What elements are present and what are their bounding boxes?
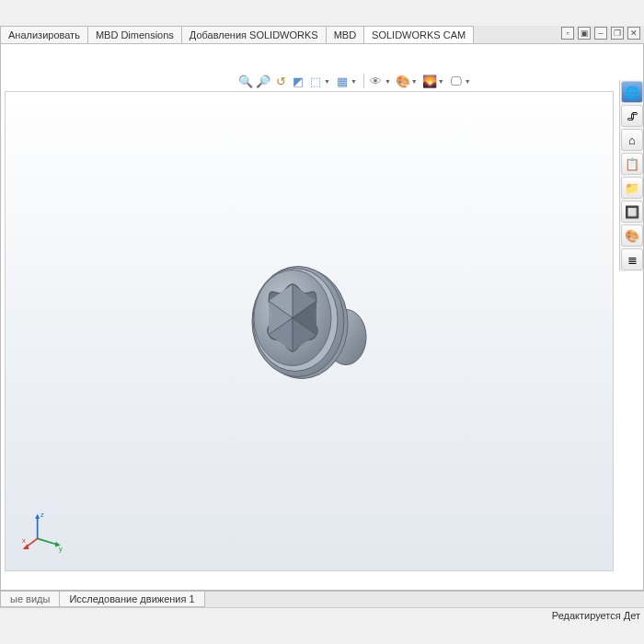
appearance-dd-icon[interactable]: ▼ [411,78,418,85]
prev-view-icon[interactable]: ↺ [273,74,288,88]
model-tab-truncated[interactable]: ые виды [0,592,60,607]
home-icon[interactable]: ⌂ [621,129,643,151]
motion-study-tab[interactable]: Исследование движения 1 [59,592,204,607]
ribbon-tab-mbd-dimensions[interactable]: MBD Dimensions [87,26,182,43]
ribbon-tab-solidworks-addins[interactable]: Добавления SOLIDWORKS [181,26,327,43]
ribbon-tab-mbd[interactable]: MBD [326,26,364,43]
toolbar-separator [363,74,364,88]
wc-expand-icon[interactable]: ▣ [578,27,591,40]
section-view-icon[interactable]: ◩ [291,74,305,88]
axis-y-label: y [59,545,63,553]
folder-icon[interactable]: 📁 [621,177,643,199]
view-settings-icon[interactable]: 🖵 [449,74,464,88]
custom-props-icon[interactable]: ≣ [621,248,643,270]
axis-x-label: x [22,536,26,545]
torx-screw-model[interactable] [217,246,401,402]
wc-collapse-icon[interactable]: ▫ [561,27,574,40]
axis-z-label: z [40,511,44,519]
zoom-fit-icon[interactable]: 🔍 [238,74,253,88]
wc-restore-icon[interactable]: ❐ [611,27,624,40]
svg-marker-12 [35,514,40,519]
clipboard-icon[interactable]: 📋 [621,153,643,175]
globe-icon[interactable]: 🌐 [621,81,643,103]
ribbon-tab-solidworks-cam[interactable]: SOLIDWORKS CAM [363,26,474,43]
model-tabs-bar: ые виды Исследование движения 1 [0,591,644,607]
zoom-area-icon[interactable]: 🔎 [256,74,270,88]
scene-dd-icon[interactable]: ▼ [438,78,444,85]
appearance-icon[interactable]: 🎨 [396,74,410,88]
task-pane: 🌐 🖇 ⌂ 📋 📁 🔲 🎨 ≣ [619,80,643,271]
hide-show-dd-icon[interactable]: ▼ [385,78,391,85]
ribbon-tab-analyze[interactable]: Анализировать [0,26,88,43]
window-controls: ▫ ▣ – ❐ ✕ [561,27,640,40]
wc-close-icon[interactable]: ✕ [627,27,640,40]
status-right-text: Редактируется Дет [552,610,640,621]
display-style-icon[interactable]: ▦ [335,74,350,88]
svg-line-13 [38,538,58,545]
status-bar: Редактируется Дет [0,607,644,622]
hide-show-icon[interactable]: 👁 [369,74,384,88]
view-orientation-dd-icon[interactable]: ▼ [324,78,330,85]
view-palette-icon[interactable]: 🔲 [621,201,643,223]
view-orientation-icon[interactable]: ⬚ [308,74,323,88]
link-icon[interactable]: 🖇 [621,105,643,127]
orientation-triad[interactable]: z y x [22,508,68,554]
appearance-panel-icon[interactable]: 🎨 [621,224,643,247]
ribbon-tab-bar: Анализировать MBD Dimensions Добавления … [0,26,644,44]
document-frame: 🔍 🔎 ↺ ◩ ⬚ ▼ ▦ ▼ 👁 ▼ 🎨 ▼ 🌄 ▼ 🖵 ▼ [0,26,644,591]
heads-up-view-toolbar: 🔍 🔎 ↺ ◩ ⬚ ▼ ▦ ▼ 👁 ▼ 🎨 ▼ 🌄 ▼ 🖵 ▼ [238,71,473,91]
view-settings-dd-icon[interactable]: ▼ [465,78,471,85]
wc-minimize-icon[interactable]: – [594,27,607,40]
graphics-viewport[interactable]: z y x [5,91,614,571]
display-style-dd-icon[interactable]: ▼ [351,78,357,85]
scene-icon[interactable]: 🌄 [422,74,437,88]
